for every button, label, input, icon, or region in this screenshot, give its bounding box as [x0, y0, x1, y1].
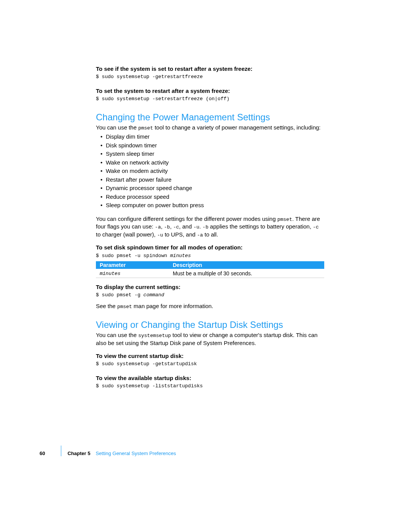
- list-item: Disk spindown timer: [100, 141, 324, 150]
- code-spindown: $ sudo pmset -u spindown minutes: [96, 252, 324, 259]
- table-header-row: Parameter Description: [96, 261, 324, 269]
- heading-startup-disk: Viewing or Changing the Startup Disk Set…: [96, 319, 324, 331]
- heading-power-management: Changing the Power Management Settings: [96, 112, 324, 123]
- td-parameter: minutes: [96, 269, 169, 278]
- pm-intro-b: tool to change a variety of power manage…: [153, 124, 320, 131]
- parameter-table: Parameter Description minutes Must be a …: [96, 261, 324, 278]
- th-description: Description: [169, 261, 324, 269]
- code-getstartupdisk: $ sudo systemsetup -getstartupdisk: [96, 361, 324, 367]
- chapter-label: Chapter 5: [67, 451, 90, 456]
- list-item: Display dim timer: [100, 133, 324, 141]
- document-page: To see if the system is set to restart a…: [0, 0, 411, 532]
- footer-rule: [61, 446, 61, 456]
- list-item: Restart after power failure: [100, 176, 324, 184]
- subhead-spindown: To set disk spindown timer for all modes…: [96, 244, 324, 251]
- pm-manpage: See the pmset man page for more informat…: [96, 302, 324, 310]
- list-item: Wake on network activity: [100, 158, 324, 167]
- code-getrestartfreeze: $ sudo systemsetup -getrestartfreeze: [96, 73, 324, 80]
- code-setrestartfreeze: $ sudo systemsetup -setrestartfreeze (on…: [96, 96, 324, 102]
- subhead-restart-set: To set the system to restart after a sys…: [96, 87, 324, 95]
- main-content: To see if the system is set to restart a…: [96, 63, 324, 396]
- pmset-inline: pmset: [138, 125, 153, 131]
- page-number: 60: [40, 451, 45, 456]
- subhead-view-startup: To view the current startup disk:: [96, 352, 324, 360]
- pm-bullet-list: Display dim timer Disk spindown timer Sy…: [96, 133, 324, 210]
- td-description: Must be a multiple of 30 seconds.: [169, 269, 324, 278]
- pm-intro: You can use the pmset tool to change a v…: [96, 124, 324, 132]
- list-item: Wake on modem activity: [100, 167, 324, 176]
- subhead-display-settings: To display the current settings:: [96, 283, 324, 291]
- code-liststartupdisks: $ sudo systemsetup -liststartupdisks: [96, 383, 324, 390]
- chapter-title: Setting General System Preferences: [96, 451, 176, 456]
- sd-intro: You can use the systemsetup tool to view…: [96, 331, 324, 347]
- th-parameter: Parameter: [96, 261, 169, 269]
- subhead-restart-check: To see if the system is set to restart a…: [96, 65, 324, 73]
- list-item: Dynamic processor speed change: [100, 184, 324, 193]
- subhead-list-startup: To view the available startup disks:: [96, 374, 324, 382]
- list-item: Reduce processor speed: [100, 193, 324, 201]
- code-pmset-g: $ sudo pmset -g command: [96, 292, 324, 299]
- list-item: System sleep timer: [100, 150, 324, 158]
- pm-intro-a: You can use the: [96, 124, 138, 131]
- pm-flags-paragraph: You can configure different settings for…: [96, 215, 324, 239]
- page-footer: 60 Chapter 5 Setting General System Pref…: [40, 446, 176, 456]
- table-row: minutes Must be a multiple of 30 seconds…: [96, 269, 324, 278]
- list-item: Sleep computer on power button press: [100, 201, 324, 210]
